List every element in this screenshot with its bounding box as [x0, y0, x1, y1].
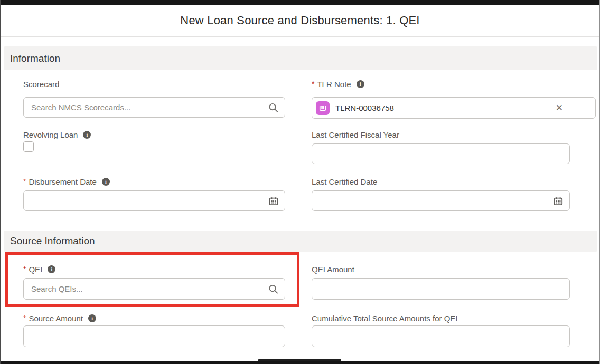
cumulative-total-label: Cumulative Total Source Amounts for QEI [312, 313, 458, 323]
last-certified-date-input[interactable] [312, 190, 570, 211]
info-icon[interactable]: i [102, 178, 110, 186]
disbursement-date-label: * Disbursement Date i [23, 177, 110, 186]
required-asterisk: * [23, 177, 26, 186]
modal-header: New Loan Source and Disbursements: 1. QE… [1, 5, 599, 36]
modal-window: New Loan Source and Disbursements: 1. QE… [0, 0, 600, 364]
tlr-note-label: * TLR Note i [312, 79, 364, 89]
qei-search-input[interactable] [23, 278, 285, 300]
page-title: New Loan Source and Disbursements: 1. QE… [180, 14, 419, 27]
qei-lookup [23, 278, 285, 300]
scorecard-label: Scorecard [23, 79, 59, 89]
section-title: Information [4, 53, 60, 64]
info-icon[interactable]: i [48, 265, 55, 273]
qei-amount-field [312, 278, 570, 300]
tlr-record-icon [316, 101, 330, 115]
scorecard-lookup [23, 97, 285, 118]
required-asterisk: * [312, 80, 314, 88]
info-icon[interactable]: i [83, 131, 91, 139]
info-icon[interactable]: i [88, 314, 96, 322]
section-header-information: Information [4, 46, 597, 70]
search-icon[interactable] [268, 102, 278, 112]
last-certified-fiscal-year-label: Last Certified Fiscal Year [312, 130, 399, 139]
last-certified-fiscal-year-input[interactable] [312, 143, 570, 164]
info-icon[interactable]: i [357, 80, 364, 88]
scorecard-search-input[interactable] [23, 97, 285, 118]
section-header-source-information: Source Information [4, 231, 597, 252]
disbursement-date-input[interactable] [23, 190, 285, 211]
revolving-loan-checkbox[interactable] [23, 141, 34, 152]
window-top-border [1, 0, 600, 5]
source-amount-field [23, 325, 285, 347]
section-title: Source Information [4, 235, 95, 247]
source-amount-input[interactable] [23, 325, 285, 347]
tlr-note-selected-pill[interactable]: TLRN-00036758 [312, 97, 596, 119]
qei-amount-input[interactable] [312, 278, 570, 300]
last-certified-date-label: Last Certified Date [312, 177, 377, 186]
disbursement-date-field [23, 190, 285, 211]
cumulative-total-field [312, 325, 570, 347]
required-asterisk: * [23, 265, 26, 273]
calendar-icon[interactable] [269, 196, 278, 206]
header-divider [1, 36, 599, 37]
qei-label: * QEI i [23, 264, 55, 274]
window-bottom-border [1, 361, 600, 364]
close-icon[interactable]: ✕ [556, 103, 563, 112]
last-certified-fiscal-year-field [312, 143, 570, 164]
qei-amount-label: QEI Amount [312, 264, 354, 274]
tlr-note-value: TLRN-00036758 [335, 103, 394, 112]
required-asterisk: * [23, 314, 26, 322]
cumulative-total-input[interactable] [312, 325, 570, 347]
last-certified-date-field [312, 190, 570, 211]
source-amount-label: * Source Amount i [23, 313, 96, 323]
search-icon[interactable] [268, 284, 278, 294]
calendar-icon[interactable] [554, 196, 563, 206]
tlr-note-field[interactable]: TLRN-00036758 ✕ [312, 97, 570, 118]
revolving-loan-label: Revolving Loan i [23, 130, 91, 139]
